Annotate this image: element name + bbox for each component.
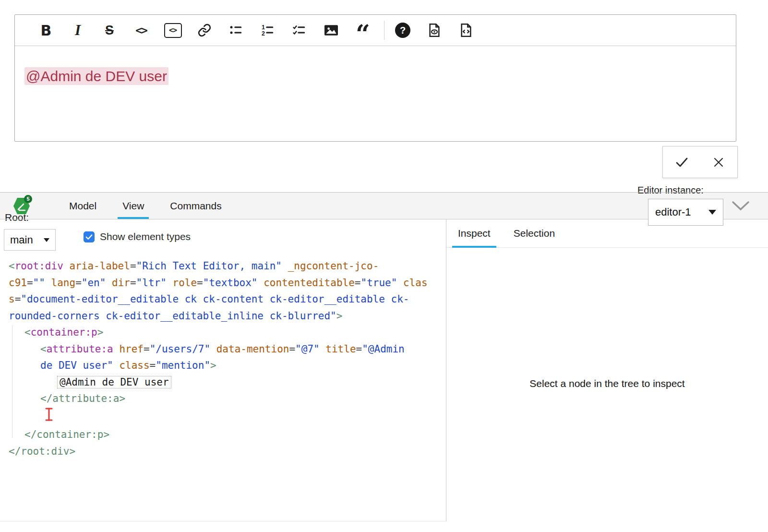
code-token-pl <box>320 343 326 355</box>
code-token-pl: = <box>144 343 150 355</box>
inspect-pane: Inspect Selection Select a node in the t… <box>446 219 768 521</box>
cancel-button[interactable] <box>700 146 738 178</box>
code-token-brk: < <box>24 326 31 338</box>
code-token-pl <box>63 260 70 272</box>
toolbar-separator <box>384 21 384 40</box>
editor-instance-label: Editor instance: <box>637 185 704 196</box>
code-token-attr: clas <box>403 277 428 289</box>
code-token-attr: lang <box>51 277 76 289</box>
toolbar-block-quote-button[interactable]: “ <box>352 19 373 42</box>
tree-node-line[interactable]: s="document-editor__editable ck ck-conte… <box>0 291 446 308</box>
toolbar-numbered-list-button[interactable]: 1 2 <box>257 19 278 42</box>
code-token-val: rounded-corners ck-editor__editable_inli… <box>9 310 336 322</box>
code-block-icon: <> <box>164 23 182 38</box>
tree-node-line[interactable]: @Admin de DEV user <box>0 374 446 391</box>
code-token-attr: dir <box>112 277 130 289</box>
code-token-attr: c91 <box>9 277 27 289</box>
code-token-val: "" <box>33 277 45 289</box>
code-token-tag: root:div <box>15 260 63 272</box>
toolbar-link-button[interactable] <box>194 19 215 42</box>
logo-badge: 5 <box>24 195 32 203</box>
mention-link[interactable]: @Admin de DEV user <box>24 67 168 85</box>
code-token-val: "textbox" <box>203 277 258 289</box>
tab-selection[interactable]: Selection <box>508 219 561 248</box>
code-token-brk: < <box>40 343 47 355</box>
toolbar-code-button[interactable]: <> <box>131 19 152 42</box>
code-token-pl: = <box>289 343 295 355</box>
tree-node-line[interactable]: de DEV user" class="mention"> <box>0 357 446 374</box>
tree-node-line[interactable]: rounded-corners ck-editor__editable_inli… <box>0 308 446 325</box>
svg-text:2: 2 <box>262 30 265 37</box>
tree-node-line[interactable]: c91="" lang="en" dir="ltr" role="textbox… <box>0 275 446 291</box>
editor-instance-select[interactable]: editor-1 <box>648 199 723 226</box>
toolbar-help-button[interactable]: ? <box>392 19 413 42</box>
code-icon: <> <box>135 24 147 36</box>
italic-icon: I <box>75 22 81 39</box>
tree-node-line[interactable]: <attribute:a href="/users/7" data-mentio… <box>0 341 446 358</box>
code-token-pl: = <box>197 277 203 289</box>
code-token-attr: role <box>172 277 197 289</box>
code-token-brk: > <box>97 326 104 338</box>
inspect-empty-message: Select a node in the tree to inspect <box>446 378 768 389</box>
code-token-val: "@Admin <box>362 343 405 355</box>
code-token-pl <box>210 343 216 355</box>
inspector-top-border <box>0 192 768 193</box>
code-token-attr: _ngcontent-jco- <box>288 260 379 272</box>
numbered-list-icon: 1 2 <box>261 23 275 37</box>
tab-inspect[interactable]: Inspect <box>452 219 496 248</box>
show-element-types-label: Show element types <box>100 231 191 242</box>
selection-caret-icon <box>44 407 54 427</box>
toolbar-preview-button[interactable] <box>424 19 445 42</box>
toolbar-strikethrough-button[interactable]: S <box>99 19 120 42</box>
tree-node-line[interactable]: <container:p> <box>0 324 446 341</box>
code-token-val: "true" <box>360 277 397 289</box>
tab-commands[interactable]: Commands <box>165 193 226 219</box>
code-token-pl <box>397 277 403 289</box>
code-token-brk: > <box>336 310 343 322</box>
chevron-down-icon <box>732 201 750 212</box>
toolbar-source-editing-button[interactable] <box>456 19 477 42</box>
editor-content[interactable]: @Admin de DEV user <box>15 46 736 107</box>
toolbar-code-block-button[interactable]: <> <box>162 19 183 42</box>
code-token-tag: container:p <box>31 326 97 338</box>
code-token-val: "mention" <box>156 360 210 371</box>
tree-node-line[interactable]: </attribute:a> <box>0 390 446 407</box>
show-element-types-checkbox[interactable] <box>84 231 95 242</box>
code-token-pl <box>258 277 264 289</box>
code-token-brk: > <box>103 429 109 440</box>
root-select[interactable]: main <box>4 229 56 251</box>
tab-view[interactable]: View <box>118 193 149 219</box>
tree-node-line[interactable]: </root:div> <box>0 443 446 460</box>
code-token-pl <box>45 277 51 289</box>
code-token-val: "Rich Text Editor, main" <box>136 260 282 272</box>
toolbar-todo-list-button[interactable] <box>289 19 310 42</box>
close-icon <box>712 156 725 169</box>
code-token-attr: aria-label <box>69 260 130 272</box>
code-token-pl <box>113 360 120 371</box>
toolbar-bold-button[interactable]: B <box>36 19 57 42</box>
root-select-value: main <box>10 234 33 246</box>
tab-model[interactable]: Model <box>64 193 101 219</box>
tree-node-line[interactable]: </container:p> <box>0 426 446 443</box>
code-token-attr: title <box>325 343 356 355</box>
toolbar-bulleted-list-button[interactable] <box>226 19 247 42</box>
tree-node-line[interactable]: <root:div aria-label="Rich Text Editor, … <box>0 258 446 275</box>
chevron-down-icon <box>708 210 716 215</box>
code-token-brk: </ <box>24 429 36 440</box>
editor-instance-value: editor-1 <box>655 206 691 218</box>
confirm-button[interactable] <box>663 146 700 178</box>
code-token-pl: = <box>150 360 156 371</box>
code-token-pl: = <box>27 277 33 289</box>
bulleted-list-icon <box>229 23 243 37</box>
collapse-inspector-button[interactable] <box>732 201 750 214</box>
toolbar-insert-image-button[interactable] <box>321 19 342 42</box>
show-element-types-row: Show element types <box>84 231 191 242</box>
code-token-attr: href <box>119 343 144 355</box>
code-token-val: "ltr" <box>136 277 167 289</box>
code-token-pl <box>106 277 112 289</box>
code-token-attr: contenteditable <box>264 277 355 289</box>
tree-node-line[interactable] <box>0 407 446 427</box>
toolbar-italic-button[interactable]: I <box>67 19 88 42</box>
code-token-pl: = <box>130 260 136 272</box>
code-token-attr: data-mention <box>216 343 289 355</box>
